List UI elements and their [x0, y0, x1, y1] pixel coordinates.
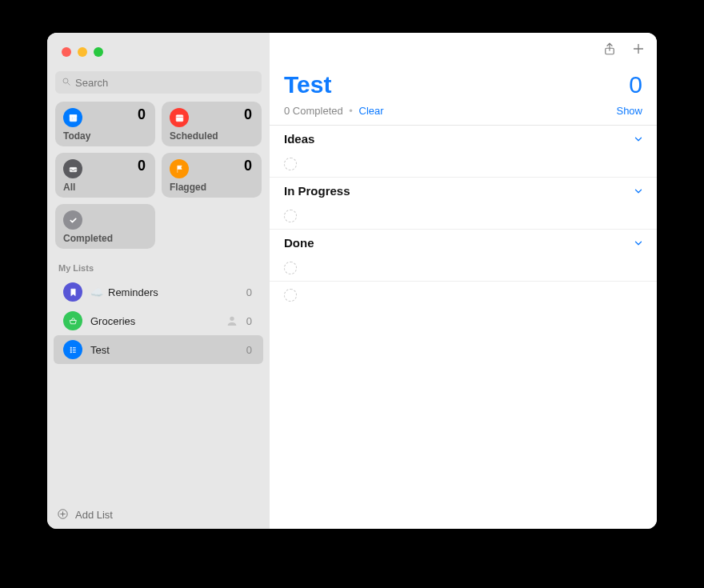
list-title: Test [284, 71, 331, 98]
reminder-item-empty[interactable] [270, 254, 657, 282]
search-icon [62, 77, 75, 89]
list-count: 0 [246, 315, 252, 327]
close-window-button[interactable] [62, 47, 71, 57]
completion-toggle[interactable] [284, 262, 297, 274]
completion-toggle[interactable] [284, 289, 297, 302]
list-row-test[interactable]: Test 0 [54, 335, 263, 364]
section-title: Ideas [284, 132, 314, 146]
smart-list-count: 0 [138, 158, 146, 174]
title-row: Test 0 [270, 68, 657, 105]
list-row-reminders[interactable]: ☁️ Reminders 0 [54, 278, 263, 306]
smart-list-label: Scheduled [170, 130, 218, 142]
smart-list-scheduled[interactable]: 0 Scheduled [162, 102, 262, 146]
list-name: Reminders [108, 286, 246, 298]
add-list-label: Add List [75, 509, 113, 521]
bookmark-icon [63, 282, 82, 302]
checkmark-icon [63, 210, 82, 230]
clear-completed-button[interactable]: Clear [359, 105, 384, 117]
main-content: Test 0 0 Completed • Clear Show Ideas In… [270, 33, 657, 529]
completion-toggle[interactable] [284, 210, 297, 222]
search-field[interactable] [55, 71, 262, 94]
section-title: In Progress [284, 184, 350, 198]
list-emoji: ☁️ [90, 286, 103, 298]
chevron-down-icon[interactable] [633, 134, 644, 145]
fullscreen-window-button[interactable] [94, 47, 103, 57]
my-lists-header: My Lists [47, 249, 270, 278]
smart-list-count: 0 [244, 158, 252, 174]
app-window: 14 0 Today 0 Scheduled 0 All [47, 33, 657, 529]
shared-icon [226, 314, 238, 327]
list-total-count: 0 [629, 71, 642, 98]
reminder-item-empty[interactable] [270, 202, 657, 230]
sidebar: 14 0 Today 0 Scheduled 0 All [47, 33, 270, 529]
svg-point-9 [70, 346, 71, 348]
basket-icon [63, 311, 82, 330]
svg-line-1 [68, 82, 70, 85]
plus-circle-icon [57, 508, 75, 522]
completion-toggle[interactable] [284, 158, 297, 170]
svg-rect-5 [176, 114, 183, 121]
chevron-down-icon[interactable] [633, 186, 644, 197]
list-bullet-icon [63, 340, 82, 359]
search-input[interactable] [75, 77, 255, 89]
svg-point-8 [230, 317, 234, 321]
smart-list-label: Flagged [170, 182, 206, 193]
smart-list-count: 0 [244, 106, 252, 123]
add-reminder-button[interactable] [631, 42, 646, 59]
list-row-groceries[interactable]: Groceries 0 [54, 306, 263, 335]
reminder-item-empty[interactable] [270, 282, 657, 309]
section-title: Done [284, 236, 314, 250]
add-list-button[interactable]: Add List [47, 500, 270, 529]
smart-list-all[interactable]: 0 All [55, 153, 155, 198]
completed-subrow: 0 Completed • Clear Show [270, 105, 657, 125]
window-controls [47, 33, 270, 57]
calendar-icon [170, 108, 189, 127]
section-header-ideas[interactable]: Ideas [270, 125, 657, 150]
svg-rect-3 [70, 114, 77, 116]
svg-point-0 [63, 78, 68, 83]
smart-list-label: All [63, 182, 75, 193]
flag-icon [170, 159, 189, 178]
list-name: Groceries [90, 315, 226, 327]
svg-point-11 [70, 351, 71, 353]
reminder-item-empty[interactable] [270, 150, 657, 178]
separator-dot: • [349, 105, 353, 117]
section-header-in-progress[interactable]: In Progress [270, 178, 657, 202]
smart-list-flagged[interactable]: 0 Flagged [162, 153, 262, 198]
list-count: 0 [246, 286, 252, 298]
svg-point-10 [70, 349, 71, 350]
show-completed-button[interactable]: Show [616, 105, 642, 117]
completed-count-label: 0 Completed [284, 105, 343, 117]
share-button[interactable] [602, 42, 617, 59]
smart-list-label: Completed [63, 233, 113, 244]
smart-list-today[interactable]: 14 0 Today [55, 102, 155, 146]
list-name: Test [90, 344, 246, 356]
calendar-today-icon: 14 [63, 108, 82, 127]
section-header-done[interactable]: Done [270, 230, 657, 254]
chevron-down-icon[interactable] [633, 238, 644, 249]
smart-list-label: Today [63, 130, 90, 142]
smart-lists-grid: 14 0 Today 0 Scheduled 0 All [47, 102, 270, 249]
tray-icon [63, 159, 82, 178]
smart-list-count: 0 [138, 106, 146, 123]
smart-list-completed[interactable]: Completed [55, 204, 155, 249]
svg-text:14: 14 [70, 117, 75, 121]
toolbar [270, 33, 657, 68]
minimize-window-button[interactable] [78, 47, 87, 57]
list-count: 0 [246, 344, 252, 356]
